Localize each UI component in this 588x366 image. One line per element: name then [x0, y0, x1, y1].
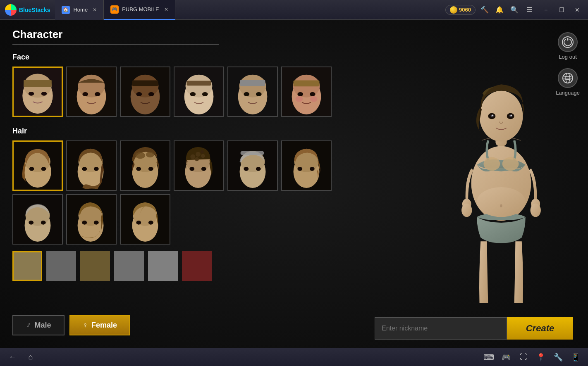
color-swatch-6[interactable]	[182, 251, 212, 281]
close-btn[interactable]: ✕	[570, 4, 585, 16]
svg-point-59	[190, 154, 195, 159]
location-icon[interactable]: 📍	[533, 350, 548, 365]
svg-point-60	[196, 152, 201, 157]
char-divider	[12, 44, 219, 45]
hair-svg-2	[67, 141, 116, 190]
hair-option-1[interactable]	[12, 140, 63, 191]
face-svg-4	[174, 67, 223, 116]
hair-row-2	[12, 194, 347, 245]
game-tab[interactable]: 🎮 PUBG MOBILE ✕	[104, 0, 175, 20]
resize-icon[interactable]: ⛶	[516, 350, 531, 365]
svg-point-15	[148, 92, 154, 96]
hair-option-7[interactable]	[12, 194, 63, 245]
face-option-1[interactable]	[12, 67, 63, 117]
hair-option-3[interactable]	[120, 140, 170, 191]
face-option-5[interactable]	[227, 67, 278, 117]
character-preview-svg	[423, 59, 580, 323]
male-icon: ♂	[26, 321, 31, 330]
back-button[interactable]: ←	[5, 350, 20, 365]
gamepad-icon[interactable]: 🎮	[499, 350, 514, 365]
face-option-3[interactable]	[120, 67, 170, 117]
color-swatch-3[interactable]	[80, 251, 110, 281]
color-swatch-4[interactable]	[114, 251, 144, 281]
svg-point-33	[310, 92, 316, 96]
hammer-btn[interactable]: 🔨	[479, 4, 490, 16]
bluestacks-logo[interactable]: BlueStacks	[0, 0, 55, 20]
logout-action[interactable]: Log out	[558, 32, 578, 60]
menu-btn[interactable]: ☰	[523, 4, 535, 16]
title-bar-left: BlueStacks 🏠 Home ✕ 🎮 PUBG MOBILE ✕	[0, 0, 175, 20]
language-label: Language	[556, 90, 580, 96]
face-option-6[interactable]	[281, 67, 332, 117]
game-tab-close[interactable]: ✕	[164, 7, 168, 12]
svg-point-52	[135, 152, 145, 159]
home-tab[interactable]: 🏠 Home ✕	[55, 0, 104, 20]
hair-option-2[interactable]	[66, 140, 117, 191]
color-swatch-5[interactable]	[148, 251, 178, 281]
male-label: Male	[35, 321, 51, 330]
hair-option-9[interactable]	[120, 194, 170, 245]
keyboard-icon[interactable]: ⌨	[481, 350, 496, 365]
face-option-4[interactable]	[174, 67, 224, 117]
svg-point-41	[41, 167, 46, 171]
hair-option-8[interactable]	[66, 194, 117, 245]
window-controls: − ❐ ✕	[538, 4, 585, 16]
nickname-input[interactable]	[375, 317, 507, 340]
face-svg-1	[14, 68, 62, 116]
hair-svg-1	[14, 142, 62, 190]
bluestacks-icon	[5, 4, 17, 16]
svg-point-45	[82, 167, 87, 171]
character-panel: Character Face	[0, 20, 360, 348]
svg-point-51	[148, 167, 153, 171]
svg-point-57	[189, 167, 194, 171]
svg-point-88	[136, 221, 141, 225]
svg-point-89	[148, 221, 153, 225]
home-tab-close[interactable]: ✕	[93, 7, 97, 13]
restore-btn[interactable]: ❐	[554, 4, 569, 16]
minimize-btn[interactable]: −	[538, 4, 553, 16]
color-swatch-2[interactable]	[46, 251, 76, 281]
hair-svg-4	[174, 141, 223, 190]
svg-point-106	[502, 157, 519, 171]
hair-svg-9	[121, 195, 170, 244]
svg-point-83	[82, 221, 87, 225]
hair-label: Hair	[12, 127, 347, 135]
create-button[interactable]: Create	[507, 317, 573, 340]
svg-point-26	[244, 92, 249, 96]
tools-icon[interactable]: 🔧	[551, 350, 566, 365]
svg-point-84	[94, 221, 99, 225]
home-button[interactable]: ⌂	[23, 350, 38, 365]
hair-option-6[interactable]	[281, 140, 332, 191]
svg-point-105	[483, 157, 500, 171]
male-button[interactable]: ♂ Male	[12, 315, 65, 335]
svg-point-27	[256, 92, 262, 96]
svg-point-79	[41, 221, 46, 225]
language-action[interactable]: Language	[556, 68, 580, 96]
language-icon	[558, 68, 578, 88]
bell-btn[interactable]: 🔔	[494, 4, 505, 16]
svg-point-14	[136, 92, 142, 96]
taskbar: ← ⌂ ⌨ 🎮 ⛶ 📍 🔧 📱	[0, 348, 588, 366]
svg-point-102	[461, 204, 472, 217]
svg-point-58	[201, 167, 206, 171]
female-button[interactable]: ♀ Female	[69, 315, 131, 335]
color-swatch-1[interactable]	[12, 251, 42, 281]
phone-icon[interactable]: 📱	[568, 350, 583, 365]
svg-rect-28	[240, 80, 265, 86]
svg-point-53	[146, 152, 154, 158]
svg-rect-5	[24, 80, 52, 87]
svg-point-62	[195, 157, 199, 161]
svg-point-34	[295, 96, 303, 102]
svg-point-74	[310, 167, 315, 171]
svg-rect-16	[132, 80, 158, 86]
hair-svg-8	[67, 195, 116, 244]
coins-amount: 9060	[459, 7, 471, 13]
bottom-controls: Create	[375, 317, 573, 340]
svg-point-40	[29, 167, 34, 171]
hair-option-4[interactable]	[174, 140, 224, 191]
hair-option-5[interactable]	[227, 140, 278, 191]
svg-point-68	[256, 167, 261, 171]
search-btn[interactable]: 🔍	[509, 4, 520, 16]
face-option-2[interactable]	[66, 67, 117, 117]
gender-row: ♂ Male ♀ Female	[12, 315, 130, 335]
